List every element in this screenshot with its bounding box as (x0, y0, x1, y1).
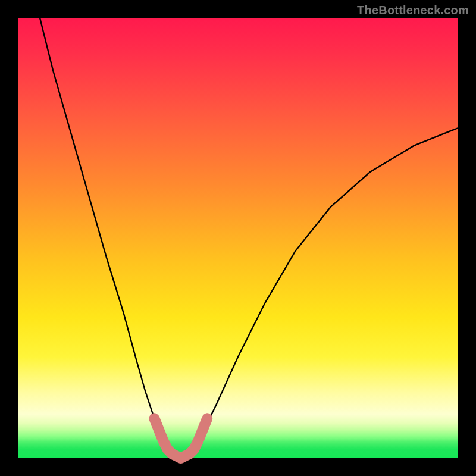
watermark-text: TheBottleneck.com (357, 4, 469, 17)
plot-area (18, 18, 458, 458)
svg-point-0 (149, 414, 159, 423)
bottleneck-curve (40, 18, 458, 458)
curve-layer (18, 18, 458, 458)
svg-point-1 (202, 414, 212, 423)
highlight-band (149, 414, 212, 458)
chart-frame: TheBottleneck.com (0, 0, 476, 476)
